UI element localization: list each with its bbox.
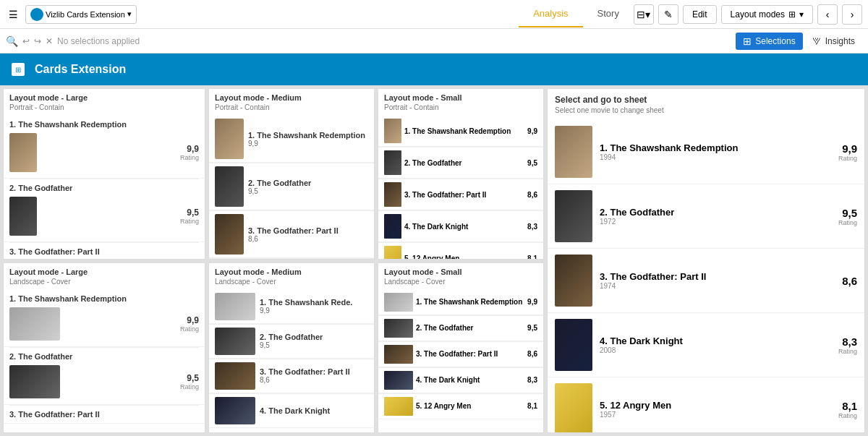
edit-button[interactable]: Edit: [683, 5, 717, 24]
medium-landscape-section: Layout mode - Medium Landscape - Cover 1…: [208, 262, 375, 434]
list-item[interactable]: 4. The Dark Knight 8,3: [378, 211, 543, 242]
movie-rating: 8,3: [527, 376, 537, 384]
rating-label: Rating: [180, 325, 199, 333]
list-item[interactable]: 2. The Godfather 9,5: [209, 163, 374, 210]
movie-thumbnail: [384, 371, 413, 390]
list-item[interactable]: 1. The Shawshank Redemption 9,9: [378, 116, 543, 147]
list-item[interactable]: 3. The Godfather: Part II 1974 8,6: [548, 249, 864, 313]
movie-title: 1. The Shawshank Redemption: [9, 294, 199, 303]
menu-icon[interactable]: ☰: [6, 6, 21, 23]
movie-rating: 9,5: [187, 373, 199, 383]
section-subtitle-small-portrait: Portrait - Contain: [378, 103, 543, 116]
bookmark-button[interactable]: ⊟ ▾: [634, 4, 654, 25]
movie-rating-small: 9,5: [248, 187, 368, 195]
insights-button[interactable]: ⩔ Insights: [804, 33, 862, 50]
movie-title: 4. The Dark Knight: [416, 376, 524, 384]
list-item[interactable]: 2. The Godfather 1972 9,5 Rating: [548, 184, 864, 249]
clear-icon[interactable]: ✕: [46, 36, 53, 46]
movie-title: 2. The Godfather: [248, 179, 368, 187]
list-item[interactable]: 2. The Godfather 9,5 Rating: [4, 348, 205, 405]
movie-thumbnail: [555, 190, 592, 242]
undo-icon[interactable]: ↩: [22, 36, 30, 46]
movie-thumbnail: [384, 293, 413, 312]
tab-story[interactable]: Story: [583, 1, 634, 27]
list-item[interactable]: 1. The Shawshank Redemption 1994 9,9 Rat…: [548, 120, 864, 184]
movie-thumbnail: [384, 150, 401, 175]
movie-title: 2. The Godfather: [260, 333, 368, 341]
insights-icon: ⩔: [812, 35, 822, 47]
nav-center: Analysis Story: [519, 1, 634, 27]
list-item[interactable]: 1. The Shawshank Redemption 9,9 Rating: [4, 116, 205, 179]
movie-title: 5. 12 Angry Men: [600, 400, 825, 411]
list-item[interactable]: 5. 12 Angry Men 8,1: [378, 243, 543, 260]
small-landscape-section: Layout mode - Small Landscape - Cover 1.…: [378, 262, 544, 434]
list-item[interactable]: 1. The Shawshank Redemption 9,9 Rating: [4, 290, 205, 347]
rating-label: Rating: [838, 348, 857, 355]
movie-rating-small: 8,6: [248, 235, 368, 243]
list-item[interactable]: 3. The Godfather: Part II 8,6: [209, 359, 374, 393]
movie-thumbnail: [555, 319, 592, 371]
movie-thumbnail: [384, 397, 413, 416]
list-item[interactable]: 2. The Godfather 9,5: [378, 148, 543, 179]
nav-left: ☰ Vizlib Cards Extension ▾: [6, 5, 519, 24]
movie-title: 2. The Godfather: [404, 159, 524, 167]
movie-rating: 9,5: [527, 159, 537, 167]
chevron-left-icon: ‹: [826, 9, 830, 20]
section-title-large-landscape: Layout mode - Large: [4, 263, 205, 278]
movie-title: 5. 12 Angry Men: [416, 402, 524, 410]
list-item[interactable]: 3. The Godfather: Part II 8,6: [378, 179, 543, 210]
movie-title: 4. The Dark Knight: [260, 406, 368, 415]
tab-analysis[interactable]: Analysis: [519, 1, 582, 27]
rating-label: Rating: [838, 412, 857, 419]
movie-rating: 9,9: [187, 315, 199, 325]
cards-icon: ⊞: [12, 63, 25, 76]
movie-rating: 8,6: [527, 191, 537, 199]
next-button[interactable]: ›: [842, 4, 862, 25]
list-item[interactable]: 4. The Dark Knight 8,3: [378, 368, 543, 393]
list-item[interactable]: 4. The Dark Knight 2008 8,3 Rating: [548, 313, 864, 377]
list-item[interactable]: 3. The Godfather: Part II: [4, 243, 205, 260]
list-item[interactable]: 2. The Godfather 9,5: [209, 325, 374, 359]
selections-button[interactable]: ⊞ Selections: [736, 33, 802, 50]
movie-rating: 8,6: [842, 275, 857, 287]
list-item[interactable]: 5. 12 Angry Men 1957 8,1 Rating: [548, 377, 864, 433]
list-item[interactable]: 5. 12 Angry Men 8,1: [378, 394, 543, 419]
list-item[interactable]: 3. The Godfather: Part II 8,6: [209, 211, 374, 258]
redo-icon[interactable]: ↪: [34, 36, 41, 46]
list-item[interactable]: 2. The Godfather 9,5: [378, 316, 543, 341]
list-item[interactable]: 1. The Shawshank Redemption 9,9: [378, 290, 543, 315]
movie-thumbnail: [384, 182, 401, 207]
movie-rating: 9,5: [527, 324, 537, 332]
list-item[interactable]: 4. The Dark Knight: [209, 259, 374, 260]
rating-label: Rating: [180, 218, 199, 225]
movie-thumbnail: [9, 197, 37, 236]
search-icon[interactable]: 🔍: [6, 35, 18, 47]
list-item[interactable]: 1. The Shawshank Redemption 9,9: [209, 116, 374, 163]
page-title: Cards Extension: [35, 63, 126, 76]
movie-thumbnail: [384, 214, 401, 239]
list-item[interactable]: 4. The Dark Knight: [209, 394, 374, 428]
list-item[interactable]: 3. The Godfather: Part II: [4, 406, 205, 424]
list-item[interactable]: 3. The Godfather: Part II 8,6: [378, 342, 543, 367]
layout-icon: ⊞: [788, 9, 796, 20]
bookmark-icon: ⊟: [637, 9, 645, 20]
movie-thumbnail: [384, 345, 413, 364]
selections-icon: ⊞: [743, 35, 752, 47]
movie-rating: 8,1: [842, 400, 857, 412]
movie-thumbnail: [215, 166, 244, 207]
list-item[interactable]: 1. The Shawshank Rede. 9,9: [209, 290, 374, 324]
movie-year: 1994: [600, 153, 825, 161]
list-item[interactable]: 2. The Godfather 9,5 Rating: [4, 179, 205, 242]
section-title-small-portrait: Layout mode - Small: [378, 89, 543, 103]
section-subtitle-medium-landscape: Landscape - Cover: [209, 278, 374, 290]
layout-modes-button[interactable]: Layout modes ⊞ ▾: [721, 5, 813, 24]
movie-year: 1972: [600, 218, 825, 226]
movie-thumbnail: [215, 328, 255, 355]
prev-button[interactable]: ‹: [817, 4, 838, 25]
movie-title: 1. The Shawshank Redemption: [404, 127, 524, 135]
pencil-icon[interactable]: ✎: [658, 4, 678, 25]
movie-title: 4. The Dark Knight: [404, 223, 524, 231]
app-dropdown[interactable]: Vizlib Cards Extension ▾: [25, 5, 137, 24]
movie-rating: 8,1: [527, 402, 537, 410]
movie-thumbnail: [384, 319, 413, 338]
